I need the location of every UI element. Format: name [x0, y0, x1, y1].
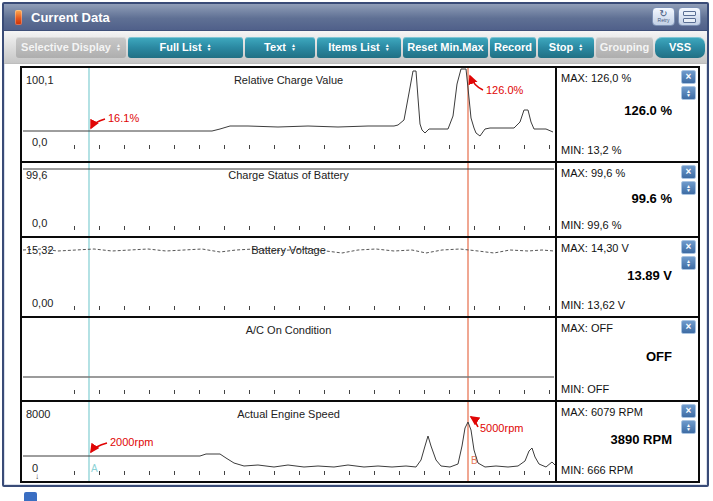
plot-area[interactable]: A/C On Condition [22, 318, 555, 400]
toolbar-button-record[interactable]: Record [490, 37, 536, 58]
current-value: 13.89 V [627, 268, 672, 283]
toolbar-button-items-list[interactable]: Items List▲▼ [317, 37, 401, 58]
current-value: 126.0 % [624, 103, 672, 118]
title-bar[interactable]: Current Data ↻ Retry [4, 4, 707, 31]
min-value-label: MIN: 666 RPM [561, 464, 633, 476]
retry-button[interactable]: ↻ Retry [652, 7, 675, 26]
updown-arrows-icon: ▲▼ [686, 423, 691, 431]
close-channel-button[interactable]: × [681, 240, 696, 254]
annotation-label: 2000rpm [110, 436, 153, 448]
value-panel: MAX: OFF OFF MIN: OFF × ▲▼ [555, 318, 698, 400]
close-channel-button[interactable]: × [681, 320, 696, 334]
window-list-button[interactable] [678, 7, 701, 26]
toolbar-button-full-list[interactable]: Full List▲▼ [128, 37, 243, 58]
max-value-label: MAX: 14,30 V [561, 242, 629, 254]
toolbar-button-text[interactable]: Text▲▼ [245, 37, 315, 58]
plot-area[interactable]: 99,6 Charge Status of Battery 0,0 [22, 163, 555, 236]
close-icon: × [686, 322, 692, 332]
close-icon: × [686, 406, 692, 416]
toolbar-button-reset-min-max[interactable]: Reset Min.Max [403, 37, 488, 58]
expand-channel-button[interactable]: ▲▼ [681, 420, 696, 434]
close-channel-button[interactable]: × [681, 404, 696, 418]
updown-arrows-icon: ▲▼ [385, 43, 390, 51]
channel-strip-ac-on-condition: A/C On Condition MAX: OFF OFF MIN: OFF ×… [22, 316, 698, 400]
max-value-label: MAX: OFF [561, 322, 613, 334]
updown-arrows-icon: ▲▼ [116, 43, 121, 51]
close-channel-button[interactable]: × [681, 70, 696, 84]
current-value: OFF [646, 349, 672, 364]
annotation-label: 16.1% [108, 112, 139, 124]
plot-area[interactable]: 16.1%126.0% 100,1 Relative Charge Value … [22, 68, 555, 161]
tick-marks [22, 471, 555, 476]
value-panel: MAX: 126,0 % 126.0 % MIN: 13,2 % × ▲▼ [555, 68, 698, 161]
retry-button-label: Retry [658, 18, 670, 23]
plot-area[interactable]: 15,32 Battery Voltage 0,00 [22, 238, 555, 316]
channel-strip-actual-engine-speed: 2000rpm5000rpm 8000 Actual Engine Speed … [22, 400, 698, 481]
updown-arrows-icon: ▲▼ [686, 259, 691, 267]
close-icon: × [686, 72, 692, 82]
window-title: Current Data [31, 10, 110, 25]
annotation-arrow [91, 443, 107, 452]
tick-marks [22, 145, 555, 150]
max-value-label: MAX: 126,0 % [561, 72, 631, 84]
close-channel-button[interactable]: × [681, 165, 696, 179]
expand-channel-button[interactable]: ▲▼ [681, 86, 696, 100]
min-value-label: MIN: 13,2 % [561, 144, 622, 156]
min-value-label: MIN: 99,6 % [561, 219, 622, 231]
current-value: 3890 RPM [611, 432, 672, 447]
updown-arrows-icon: ▲▼ [686, 184, 691, 192]
expand-channel-button[interactable]: ▲▼ [681, 181, 696, 195]
channel-title: Relative Charge Value [22, 74, 555, 86]
current-data-window: Current Data ↻ Retry Selective Display▲▼… [2, 2, 709, 487]
chart-area: AB 16.1%126.0% 100,1 Relative Charge Val… [20, 66, 700, 483]
app-icon [15, 10, 22, 25]
min-value-label: MIN: OFF [561, 383, 609, 395]
toolbar-button-grouping[interactable]: Grouping [596, 37, 653, 58]
updown-arrows-icon: ▲▼ [686, 89, 691, 97]
channel-title: Actual Engine Speed [22, 408, 555, 420]
updown-arrows-icon: ▲▼ [578, 43, 583, 51]
tick-marks [22, 226, 555, 231]
expand-channel-button[interactable]: ▲▼ [681, 256, 696, 270]
updown-arrows-icon: ▲▼ [291, 43, 296, 51]
tick-marks [22, 306, 555, 311]
channel-strip-relative-charge-value: 16.1%126.0% 100,1 Relative Charge Value … [22, 68, 698, 161]
channel-title: Battery Voltage [22, 244, 555, 256]
annotation-arrow [91, 119, 105, 128]
value-panel: MAX: 6079 RPM 3890 RPM MIN: 666 RPM × ▲▼ [555, 402, 698, 481]
max-value-label: MAX: 6079 RPM [561, 406, 643, 418]
list-bars-icon [683, 11, 696, 23]
value-panel: MAX: 14,30 V 13.89 V MIN: 13,62 V × ▲▼ [555, 238, 698, 316]
plot-area[interactable]: 2000rpm5000rpm 8000 Actual Engine Speed … [22, 402, 555, 481]
close-icon: × [686, 167, 692, 177]
channel-strip-battery-voltage: 15,32 Battery Voltage 0,00 MAX: 14,30 V … [22, 236, 698, 316]
annotation-label: 5000rpm [480, 422, 523, 434]
current-value: 99.6 % [632, 191, 672, 206]
toolbar-button-vss[interactable]: VSS [655, 37, 705, 58]
value-panel: MAX: 99,6 % 99.6 % MIN: 99,6 % × ▲▼ [555, 163, 698, 236]
tick-marks [22, 390, 555, 395]
max-value-label: MAX: 99,6 % [561, 167, 625, 179]
channel-strip-charge-status: 99,6 Charge Status of Battery 0,0 MAX: 9… [22, 161, 698, 236]
channel-title: Charge Status of Battery [22, 169, 555, 181]
toolbar-button-selective-display[interactable]: Selective Display▲▼ [16, 37, 126, 58]
close-icon: × [686, 242, 692, 252]
background-window-fragment [24, 492, 37, 501]
toolbar: Selective Display▲▼Full List▲▼Text▲▼Item… [4, 31, 707, 64]
channel-title: A/C On Condition [22, 324, 555, 336]
toolbar-button-stop[interactable]: Stop▲▼ [538, 37, 594, 58]
titlebar-buttons: ↻ Retry [652, 7, 701, 26]
updown-arrows-icon: ▲▼ [207, 43, 212, 51]
min-value-label: MIN: 13,62 V [561, 299, 625, 311]
